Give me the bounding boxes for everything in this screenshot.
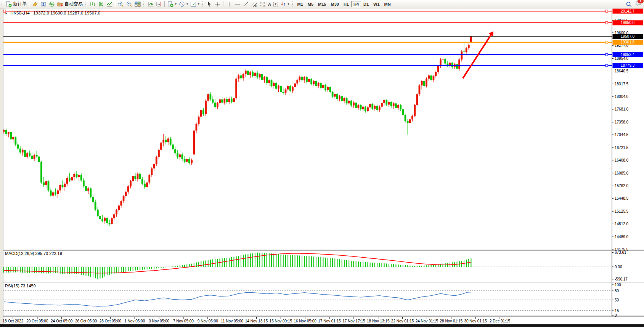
tab-timeframe-d1[interactable]: D1 <box>361 1 371 7</box>
vertical-line-icon <box>226 1 232 7</box>
channel-button[interactable]: E <box>250 0 259 8</box>
crosshair-button[interactable] <box>214 0 222 8</box>
search-button[interactable] <box>625 0 633 8</box>
macd-indicator-label: MACD(12,26,9) 395.70 222.19 <box>5 251 62 256</box>
tab-timeframe-h4[interactable]: H4 <box>351 1 361 7</box>
zoom-out-button[interactable] <box>125 0 133 8</box>
tab-timeframe-m30[interactable]: M30 <box>328 1 341 7</box>
candlestick-button[interactable] <box>97 0 105 8</box>
cursor-button[interactable] <box>205 0 214 8</box>
candle-body <box>69 178 71 180</box>
candle-body <box>177 153 178 157</box>
autotrading-icon <box>57 1 63 7</box>
zoom-out-icon <box>126 1 132 7</box>
new-chart-icon <box>167 1 173 7</box>
bar-chart-button[interactable] <box>88 0 97 8</box>
candle-body <box>226 99 228 102</box>
candle-body <box>14 137 16 144</box>
tab-timeframe-w1[interactable]: W1 <box>371 1 382 7</box>
new-order-button[interactable]: 新订单 <box>5 0 28 8</box>
axis-label: 17 Nov 01:15 <box>318 319 341 323</box>
horizontal-line-button[interactable] <box>233 0 242 8</box>
candle-body <box>12 137 14 139</box>
line-chart-button[interactable] <box>105 0 114 8</box>
candle-body <box>306 77 308 82</box>
axis-label: 2 Dec 01:15 <box>490 319 510 323</box>
axis-label: 24 Nov 01:15 <box>416 319 438 323</box>
new-chart-dropdown[interactable]: ▾ <box>166 0 178 8</box>
collapse-triangle-icon[interactable]: ▼ <box>5 12 8 15</box>
candle-body <box>285 90 287 93</box>
candle-body <box>45 181 47 185</box>
candle-body <box>468 45 470 48</box>
candle-body <box>440 59 442 66</box>
tab-timeframe-m5[interactable]: M5 <box>305 1 316 7</box>
price-line-handle <box>605 53 608 56</box>
candle-body <box>371 104 373 109</box>
svg-text:F: F <box>263 5 265 7</box>
chart-shift-button[interactable] <box>155 0 163 8</box>
candle-body <box>75 174 77 177</box>
candle-body <box>334 94 336 96</box>
candle-body <box>22 150 24 152</box>
candle-body <box>235 79 237 98</box>
navigator-button[interactable] <box>39 0 48 8</box>
axis-label: 17681.0 <box>615 107 629 111</box>
template-dropdown[interactable]: ▾ <box>189 0 201 8</box>
candle-body <box>212 99 214 103</box>
tile-windows-button[interactable] <box>133 0 142 8</box>
candle-body <box>174 149 176 153</box>
axis-label: 16408.0 <box>615 158 629 162</box>
axis-label: 19361.8 <box>621 40 635 44</box>
label-button[interactable]: T <box>272 0 279 8</box>
text-button[interactable]: A <box>267 0 272 8</box>
trendline-button[interactable] <box>242 0 250 8</box>
period-dropdown[interactable]: ▾ <box>178 0 189 8</box>
candle-body <box>451 63 453 67</box>
candle-body <box>141 179 143 184</box>
candle-body <box>423 81 425 86</box>
candle-body <box>273 83 275 86</box>
chat-button[interactable]: 1 <box>635 0 642 8</box>
candle-body <box>120 201 122 206</box>
signals-button[interactable] <box>48 0 56 8</box>
candle-body <box>111 218 113 224</box>
toolbar-grip <box>2 2 3 6</box>
candle-body <box>24 150 26 157</box>
chevron-down-icon: ▾ <box>175 2 177 6</box>
tab-timeframe-h1[interactable]: H1 <box>341 1 351 7</box>
candle-body <box>463 51 465 52</box>
auto-scroll-button[interactable] <box>146 0 155 8</box>
zoom-in-button[interactable] <box>117 0 125 8</box>
axis-label: -590.17 <box>615 277 628 281</box>
candle-body <box>320 83 322 88</box>
axis-label: 15762.0 <box>615 184 629 188</box>
autotrading-button[interactable]: 自动交易 <box>56 0 84 8</box>
vertical-line-button[interactable] <box>225 0 233 8</box>
candle-body <box>34 155 35 159</box>
market-watch-button[interactable] <box>31 0 39 8</box>
candle-body <box>400 105 401 110</box>
tab-timeframe-m15[interactable]: M15 <box>316 1 328 7</box>
tab-timeframe-mn[interactable]: MN <box>382 1 393 7</box>
fibonacci-button[interactable]: F <box>259 0 267 8</box>
chart-canvas[interactable]: 19913.519600.019277.018954.018640.518317… <box>0 0 644 327</box>
toolbar-grip <box>292 2 294 6</box>
candle-body <box>116 210 117 215</box>
toolbar: 新订单 自动交易 ▾ ▾ ▾ E F A T ▾ M1 M5 M15 M30 H… <box>0 0 644 8</box>
candle-body <box>64 184 66 187</box>
tab-timeframe-m1[interactable]: M1 <box>295 1 305 7</box>
candle-body <box>125 192 127 196</box>
candle-body <box>184 159 186 162</box>
candle-body <box>385 100 387 105</box>
candle-body <box>355 103 357 108</box>
arrows-dropdown[interactable]: ▾ <box>279 0 291 8</box>
candle-body <box>196 124 198 131</box>
candle-body <box>90 188 92 197</box>
toolbar-grip <box>143 2 145 6</box>
axis-label: 18 Oct 2022 <box>3 319 24 323</box>
axis-label: 3 Nov 05:00 <box>149 319 169 323</box>
separator <box>115 1 116 7</box>
candle-body <box>193 131 195 155</box>
candle-body <box>419 85 421 94</box>
